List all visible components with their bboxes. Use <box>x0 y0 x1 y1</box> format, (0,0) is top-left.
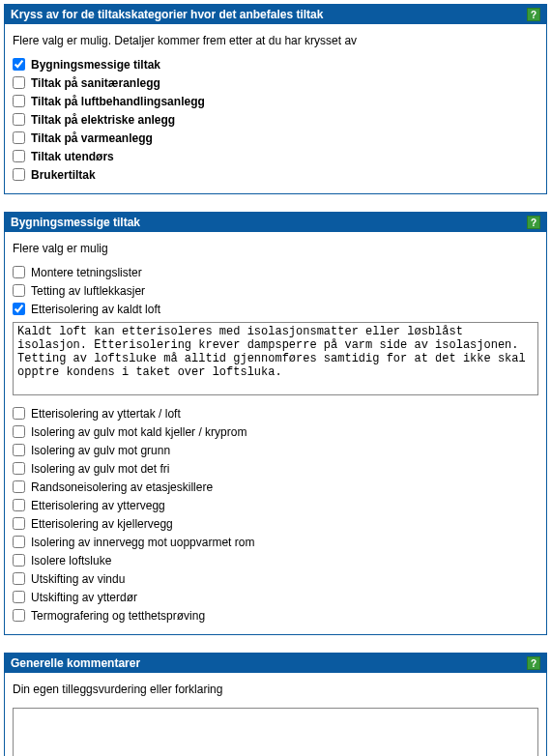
checkbox[interactable] <box>13 168 25 181</box>
checkbox[interactable] <box>13 609 25 622</box>
checkbox[interactable] <box>13 76 25 89</box>
check-item: Tiltak på varmeanlegg <box>13 129 538 147</box>
checkbox[interactable] <box>13 113 25 126</box>
checkbox-label: Etterisolering av yttervegg <box>31 499 165 512</box>
checkbox-label: Isolere loftsluke <box>31 554 111 567</box>
checkbox-label: Etterisolering av kaldt loft <box>31 303 160 316</box>
check-item: Isolering av innervegg mot uoppvarmet ro… <box>13 533 538 551</box>
check-item: Bygningsmessige tiltak <box>13 55 538 73</box>
check-item: Isolering av gulv mot det fri <box>13 459 538 478</box>
detail-textarea[interactable] <box>13 322 538 395</box>
checkbox[interactable] <box>13 462 25 475</box>
checkbox[interactable] <box>13 517 25 530</box>
categories-header: Kryss av for de tiltakskategorier hvor d… <box>5 5 546 24</box>
checkbox-label: Isolering av gulv mot grunn <box>31 444 170 457</box>
check-item: Montere tetningslister <box>13 263 538 281</box>
building-header: Bygningsmessige tiltak ? <box>5 213 546 232</box>
building-hint: Flere valg er mulig <box>13 242 538 255</box>
checkbox[interactable] <box>13 591 25 603</box>
checkbox[interactable] <box>13 425 25 438</box>
comments-title: Generelle kommentarer <box>11 656 140 670</box>
categories-title: Kryss av for de tiltakskategorier hvor d… <box>11 8 323 21</box>
help-icon[interactable]: ? <box>527 216 540 229</box>
checkbox-label: Tiltak på varmeanlegg <box>31 131 153 145</box>
check-item: Utskifting av vindu <box>13 569 538 588</box>
checkbox[interactable] <box>13 407 25 420</box>
checkbox[interactable] <box>13 444 25 456</box>
check-item: Tiltak på elektriske anlegg <box>13 110 538 129</box>
checkbox[interactable] <box>13 131 25 144</box>
checkbox[interactable] <box>13 266 25 278</box>
check-item: Tiltak på luftbehandlingsanlegg <box>13 92 538 110</box>
check-item: Tiltak på sanitæranlegg <box>13 73 538 92</box>
checkbox-label: Utskifting av ytterdør <box>31 591 137 604</box>
help-icon[interactable]: ? <box>527 8 540 21</box>
checkbox-label: Bygningsmessige tiltak <box>31 58 160 72</box>
checkbox-label: Tiltak utendørs <box>31 150 114 163</box>
checkbox-label: Randsoneisolering av etasjeskillere <box>31 480 213 494</box>
checkbox-label: Etterisolering av yttertak / loft <box>31 407 181 421</box>
checkbox[interactable] <box>13 572 25 585</box>
check-item: Etterisolering av kjellervegg <box>13 514 538 533</box>
checkbox-label: Montere tetningslister <box>31 266 142 279</box>
checkbox-label: Isolering av gulv mot det fri <box>31 462 169 476</box>
checkbox[interactable] <box>13 284 25 297</box>
checkbox-label: Tiltak på luftbehandlingsanlegg <box>31 95 205 108</box>
categories-hint: Flere valg er mulig. Detaljer kommer fre… <box>13 34 538 47</box>
help-icon[interactable]: ? <box>527 656 540 670</box>
check-item: Isolere loftsluke <box>13 551 538 569</box>
checkbox[interactable] <box>13 554 25 567</box>
check-item: Etterisolering av yttervegg <box>13 496 538 514</box>
checkbox[interactable] <box>13 536 25 548</box>
checkbox-label: Isolering av gulv mot kald kjeller / kry… <box>31 425 246 439</box>
building-title: Bygningsmessige tiltak <box>11 216 140 229</box>
comments-hint: Din egen tilleggsvurdering eller forklar… <box>13 683 538 696</box>
checkbox[interactable] <box>13 303 25 315</box>
comments-panel: Generelle kommentarer ? Din egen tillegg… <box>4 653 547 756</box>
comments-body: Din egen tilleggsvurdering eller forklar… <box>5 673 546 756</box>
check-item: Isolering av gulv mot kald kjeller / kry… <box>13 422 538 441</box>
categories-panel: Kryss av for de tiltakskategorier hvor d… <box>4 4 547 194</box>
checkbox[interactable] <box>13 58 25 71</box>
building-body: Flere valg er mulig Montere tetningslist… <box>5 232 546 634</box>
comments-header: Generelle kommentarer ? <box>5 654 546 673</box>
check-item: Randsoneisolering av etasjeskillere <box>13 478 538 496</box>
categories-body: Flere valg er mulig. Detaljer kommer fre… <box>5 24 546 193</box>
building-panel: Bygningsmessige tiltak ? Flere valg er m… <box>4 212 547 635</box>
checkbox-label: Isolering av innervegg mot uoppvarmet ro… <box>31 536 254 549</box>
checkbox-label: Tiltak på elektriske anlegg <box>31 113 175 127</box>
checkbox-label: Tiltak på sanitæranlegg <box>31 76 160 90</box>
check-item: Etterisolering av kaldt loft <box>13 300 538 318</box>
checkbox-label: Tetting av luftlekkasjer <box>31 284 145 298</box>
check-item: Isolering av gulv mot grunn <box>13 441 538 459</box>
check-item: Etterisolering av yttertak / loft <box>13 404 538 422</box>
checkbox-label: Utskifting av vindu <box>31 572 125 586</box>
check-item: Utskifting av ytterdør <box>13 588 538 606</box>
check-item: Termografering og tetthetsprøving <box>13 606 538 625</box>
checkbox-label: Etterisolering av kjellervegg <box>31 517 173 531</box>
comments-textarea[interactable] <box>13 708 538 756</box>
check-item: Tetting av luftlekkasjer <box>13 281 538 300</box>
checkbox[interactable] <box>13 499 25 511</box>
checkbox[interactable] <box>13 150 25 162</box>
checkbox[interactable] <box>13 95 25 107</box>
checkbox[interactable] <box>13 480 25 493</box>
checkbox-label: Brukertiltak <box>31 168 96 182</box>
check-item: Tiltak utendørs <box>13 147 538 165</box>
checkbox-label: Termografering og tetthetsprøving <box>31 609 205 623</box>
check-item: Brukertiltak <box>13 165 538 184</box>
